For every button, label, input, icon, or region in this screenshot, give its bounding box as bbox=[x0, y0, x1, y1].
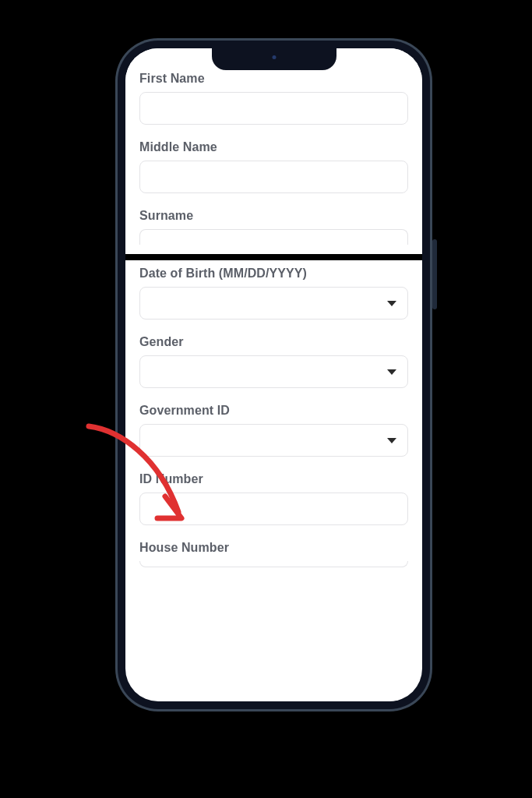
house-number-input[interactable] bbox=[139, 561, 408, 567]
id-number-input[interactable] bbox=[139, 493, 408, 525]
field-house-number: House Number bbox=[125, 535, 422, 577]
field-id-number: ID Number bbox=[125, 466, 422, 535]
form-section-personal: First Name Middle Name Surname bbox=[125, 48, 422, 254]
phone-bezel: First Name Middle Name Surname bbox=[118, 41, 430, 709]
first-name-label: First Name bbox=[139, 72, 408, 86]
gender-label: Gender bbox=[139, 335, 408, 349]
chevron-down-icon bbox=[387, 369, 396, 375]
phone-frame: First Name Middle Name Surname bbox=[115, 38, 432, 711]
field-surname: Surname bbox=[125, 203, 422, 254]
gender-select[interactable] bbox=[139, 355, 408, 388]
government-id-label: Government ID bbox=[139, 404, 408, 418]
screen: First Name Middle Name Surname bbox=[125, 48, 422, 701]
surname-label: Surname bbox=[139, 209, 408, 223]
surname-input[interactable] bbox=[139, 229, 408, 245]
chevron-down-icon bbox=[387, 301, 396, 306]
field-middle-name: Middle Name bbox=[125, 134, 422, 203]
middle-name-input[interactable] bbox=[139, 161, 408, 193]
government-id-select[interactable] bbox=[139, 424, 408, 457]
form-section-details: Date of Birth (MM/DD/YYYY) Gender Govern… bbox=[125, 260, 422, 577]
field-date-of-birth: Date of Birth (MM/DD/YYYY) bbox=[125, 260, 422, 329]
first-name-input[interactable] bbox=[139, 92, 408, 125]
middle-name-label: Middle Name bbox=[139, 140, 408, 154]
field-government-id: Government ID bbox=[125, 397, 422, 466]
id-number-label: ID Number bbox=[139, 472, 408, 486]
date-of-birth-select[interactable] bbox=[139, 287, 408, 320]
power-button bbox=[432, 239, 437, 309]
field-gender: Gender bbox=[125, 329, 422, 397]
section-divider bbox=[125, 254, 422, 260]
chevron-down-icon bbox=[387, 438, 396, 443]
notch bbox=[212, 48, 336, 70]
form-scroll[interactable]: First Name Middle Name Surname bbox=[125, 48, 422, 701]
house-number-label: House Number bbox=[139, 541, 408, 555]
date-of-birth-label: Date of Birth (MM/DD/YYYY) bbox=[139, 267, 408, 281]
